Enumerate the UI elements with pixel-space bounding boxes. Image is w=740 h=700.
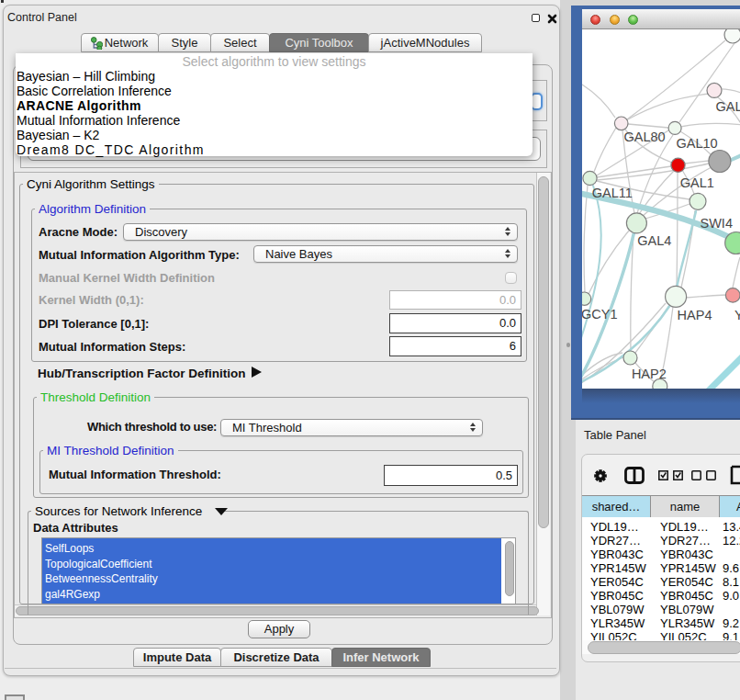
svg-text:GAL4: GAL4 (637, 233, 671, 248)
svg-text:GAL10: GAL10 (677, 136, 718, 151)
svg-text:GAL11: GAL11 (592, 186, 633, 200)
svg-text:GCY1: GCY1 (582, 307, 618, 322)
svg-text:SWI4: SWI4 (701, 216, 733, 231)
svg-text:GAL7: GAL7 (716, 99, 740, 114)
svg-text:YM: YM (734, 308, 740, 322)
svg-text:GAL1: GAL1 (680, 175, 714, 190)
svg-text:GAL80: GAL80 (624, 130, 666, 144)
svg-text:HAP4: HAP4 (678, 308, 712, 322)
svg-text:HAP2: HAP2 (632, 367, 667, 381)
